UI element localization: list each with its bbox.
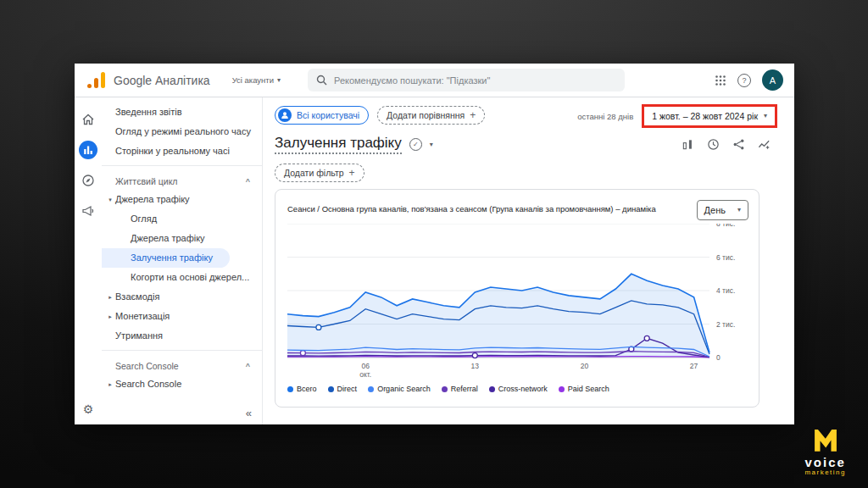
sidebar-item[interactable]: ▾Джерела трафіку bbox=[102, 190, 262, 209]
chevron-down-icon: ▾ bbox=[737, 207, 741, 214]
sidebar-item[interactable]: Огляд bbox=[102, 209, 262, 229]
date-range-picker[interactable]: 1 жовт. – 28 жовт 2024 рік ▾ bbox=[642, 104, 777, 128]
account-switcher[interactable]: Усі акаунти ▾ bbox=[232, 75, 281, 85]
audience-chip-label: Всі користувачі bbox=[297, 110, 359, 120]
sidebar-item[interactable]: Залучення трафіку bbox=[102, 248, 230, 268]
legend-item[interactable]: Paid Search bbox=[559, 385, 609, 393]
page-background: Google Аналітика Усі акаунти ▾ ? A bbox=[0, 0, 868, 488]
topbar-actions: ? A bbox=[715, 69, 794, 91]
svg-text:20: 20 bbox=[581, 362, 589, 370]
legend-label: Referral bbox=[451, 385, 478, 393]
granularity-value: День bbox=[704, 205, 726, 215]
plus-icon: + bbox=[349, 167, 355, 179]
chevron-down-icon: ▾ bbox=[277, 77, 281, 84]
google-analytics-logo-icon bbox=[86, 72, 105, 89]
reports-icon bbox=[79, 141, 97, 159]
sidebar-item[interactable]: Утримання bbox=[102, 326, 262, 346]
svg-text:0: 0 bbox=[716, 353, 721, 362]
sidebar-item[interactable]: Огляд у режимі реального часу bbox=[102, 122, 262, 141]
settings-gear-icon[interactable]: ⚙ bbox=[83, 402, 94, 416]
voice-marketing-logo: voice marketing bbox=[804, 430, 846, 476]
legend-label: Cross-network bbox=[498, 385, 548, 393]
sidebar-item-label: Монетизація bbox=[115, 311, 170, 322]
analytics-window: Google Аналітика Усі акаунти ▾ ? A bbox=[75, 64, 794, 424]
insights-icon[interactable] bbox=[758, 138, 771, 151]
search-input[interactable] bbox=[334, 75, 616, 86]
svg-text:27: 27 bbox=[690, 362, 698, 370]
sidebar-divider bbox=[102, 165, 262, 166]
svg-text:окт.: окт. bbox=[359, 370, 371, 379]
users-icon bbox=[278, 108, 292, 122]
granularity-select[interactable]: День ▾ bbox=[697, 200, 748, 220]
sidebar-section-header[interactable]: Search Console^ bbox=[102, 355, 262, 374]
legend-label: Organic Search bbox=[377, 385, 431, 393]
sidebar-item[interactable]: ▸Монетизація bbox=[102, 307, 262, 326]
legend-dot-icon bbox=[368, 386, 374, 392]
check-badge-icon: ✓ bbox=[409, 138, 422, 151]
svg-text:13: 13 bbox=[471, 362, 480, 370]
nav-home-button[interactable] bbox=[79, 110, 97, 129]
add-comparison-chip[interactable]: Додати порівняння + bbox=[377, 106, 485, 125]
plus-icon: + bbox=[470, 109, 476, 121]
avatar[interactable]: A bbox=[762, 69, 783, 91]
sidebar-item-label: Сторінки у реальному часі bbox=[115, 146, 230, 157]
page-title: Залучення трафіку bbox=[275, 135, 402, 154]
sidebar-nav: « Зведення звітівОгляд у режимі реальног… bbox=[102, 97, 263, 424]
legend-item[interactable]: Referral bbox=[442, 385, 478, 393]
svg-text:6 тис.: 6 тис. bbox=[716, 253, 735, 262]
collapse-sidebar-button[interactable]: « bbox=[246, 407, 252, 419]
comparison-columns-icon[interactable] bbox=[682, 138, 694, 151]
watermark-name: voice bbox=[805, 455, 846, 469]
legend-dot-icon bbox=[287, 386, 293, 392]
share-icon[interactable] bbox=[732, 138, 745, 151]
chart-title: Сеанси / Основна група каналів, пов'язан… bbox=[287, 200, 690, 214]
nav-rail: ⚙ bbox=[75, 97, 102, 424]
sidebar-item[interactable]: Джерела трафіку bbox=[102, 229, 262, 248]
sidebar-item[interactable]: ▸Search Console bbox=[102, 374, 262, 394]
chevron-down-icon[interactable]: ▾ bbox=[430, 141, 433, 148]
date-range-label: 1 жовт. – 28 жовт 2024 рік bbox=[652, 111, 758, 121]
chart-legend: ВсегоDirectOrganic SearchReferralCross-n… bbox=[287, 385, 748, 393]
legend-label: Paid Search bbox=[568, 385, 609, 393]
voice-logo-mark-icon bbox=[811, 430, 840, 453]
sidebar-divider bbox=[102, 350, 262, 351]
date-controls: останні 28 днів 1 жовт. – 28 жовт 2024 р… bbox=[577, 104, 777, 128]
add-filter-chip[interactable]: Додати фільтр + bbox=[275, 164, 364, 182]
report-actions bbox=[682, 138, 771, 151]
sidebar-item-label: Когорти на основі джерел... bbox=[131, 272, 249, 283]
sidebar-item-label: Огляд у режимі реального часу bbox=[115, 126, 251, 137]
chevron-down-icon: ▾ bbox=[764, 113, 767, 119]
sidebar-item-label: Залучення трафіку bbox=[131, 252, 213, 263]
chevron-right-icon: ▸ bbox=[105, 291, 115, 302]
apps-grid-icon[interactable] bbox=[715, 75, 726, 86]
sidebar-item[interactable]: ▸Взаємодія bbox=[102, 287, 262, 307]
segment-chips: Всі користувачі Додати порівняння + bbox=[275, 106, 485, 125]
chart-card-header: Сеанси / Основна група каналів, пов'язан… bbox=[287, 200, 748, 220]
search-bar[interactable] bbox=[308, 69, 625, 92]
line-chart[interactable]: 02 тис.4 тис.6 тис.8 тис.06окт.132027 bbox=[287, 224, 748, 385]
nav-advertising-button[interactable] bbox=[79, 202, 97, 220]
chevron-up-icon: ^ bbox=[246, 362, 250, 370]
all-users-chip[interactable]: Всі користувачі bbox=[275, 106, 369, 125]
section-label: Search Console bbox=[115, 361, 179, 371]
sidebar-section-header[interactable]: Життєвий цикл^ bbox=[102, 170, 262, 190]
legend-item[interactable]: Cross-network bbox=[489, 385, 548, 393]
sidebar-item[interactable]: Зведення звітів bbox=[102, 103, 262, 122]
sidebar-item[interactable]: Когорти на основі джерел... bbox=[102, 268, 262, 287]
sidebar-item[interactable]: Сторінки у реальному часі bbox=[102, 141, 262, 161]
clock-icon[interactable] bbox=[707, 138, 720, 151]
legend-item[interactable]: Всего bbox=[287, 385, 317, 393]
app-header: Google Аналітика Усі акаунти ▾ ? A bbox=[75, 64, 794, 97]
nav-explore-button[interactable] bbox=[79, 171, 97, 190]
svg-text:8 тис.: 8 тис. bbox=[716, 224, 735, 228]
explore-compass-icon bbox=[81, 174, 95, 187]
nav-reports-button[interactable] bbox=[79, 141, 97, 159]
chevron-right-icon: ▸ bbox=[105, 379, 115, 390]
section-label: Життєвий цикл bbox=[115, 176, 177, 186]
svg-text:06: 06 bbox=[361, 362, 370, 370]
help-icon[interactable]: ? bbox=[737, 74, 751, 87]
legend-item[interactable]: Direct bbox=[328, 385, 358, 393]
legend-item[interactable]: Organic Search bbox=[368, 385, 431, 393]
sidebar-item-label: Джерела трафіку bbox=[115, 194, 190, 205]
sidebar-item-label: Огляд bbox=[131, 214, 157, 225]
